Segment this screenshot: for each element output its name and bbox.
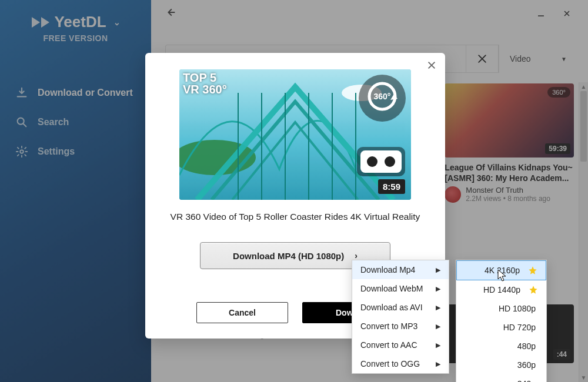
quality-option-4k-2160p[interactable]: 4K 2160p [456,260,546,280]
svg-point-16 [367,156,377,167]
menu-item-download-mp4[interactable]: Download Mp4▶ [352,260,449,279]
svg-point-17 [385,156,395,167]
menu-item-convert-aac[interactable]: Convert to AAC▶ [352,336,449,354]
cancel-button[interactable]: Cancel [196,302,288,323]
duration-badge: 8:59 [378,179,405,194]
submenu-arrow-icon: ▶ [436,323,440,330]
quality-option-360p[interactable]: 360p [456,356,546,374]
quality-context-menu: 4K 2160p HD 1440p HD 1080p HD 720p 480p … [456,260,547,382]
menu-item-convert-ogg[interactable]: Convert to OGG▶ [352,354,449,373]
submenu-arrow-icon: ▶ [436,285,440,293]
quality-option-480p[interactable]: 480p [456,337,546,356]
chevron-right-icon: › [355,251,358,260]
quality-option-240p[interactable]: 240p [456,374,546,382]
download-primary-label: Download MP4 (HD 1080p) [233,251,344,261]
quality-option-hd-720p[interactable]: HD 720p [456,318,546,337]
format-context-menu: Download Mp4▶ Download WebM▶ Download as… [352,260,449,374]
star-icon [528,266,537,275]
modal-video-title: VR 360 Video of Top 5 Roller Coaster Rid… [171,212,420,222]
submenu-arrow-icon: ▶ [436,304,440,311]
thumbnail-overlay-text: TOP 5 VR 360° [183,72,227,95]
video-preview[interactable]: TOP 5 VR 360° 360° 8:59 [179,69,411,200]
submenu-arrow-icon: ▶ [436,360,440,368]
svg-text:360°: 360° [374,92,391,101]
badge-360-icon: 360° [357,73,407,123]
close-icon [426,60,437,71]
menu-item-download-webm[interactable]: Download WebM▶ [352,279,449,298]
vr-cardboard-icon [356,146,406,177]
modal-close-button[interactable] [426,60,437,73]
quality-option-hd-1080p[interactable]: HD 1080p [456,299,546,318]
quality-option-hd-1440p[interactable]: HD 1440p [456,280,546,299]
menu-item-download-avi[interactable]: Download as AVI▶ [352,298,449,317]
submenu-arrow-icon: ▶ [436,341,440,349]
star-icon [529,285,538,294]
menu-item-convert-mp3[interactable]: Convert to MP3▶ [352,317,449,336]
submenu-arrow-icon: ▶ [436,266,440,274]
